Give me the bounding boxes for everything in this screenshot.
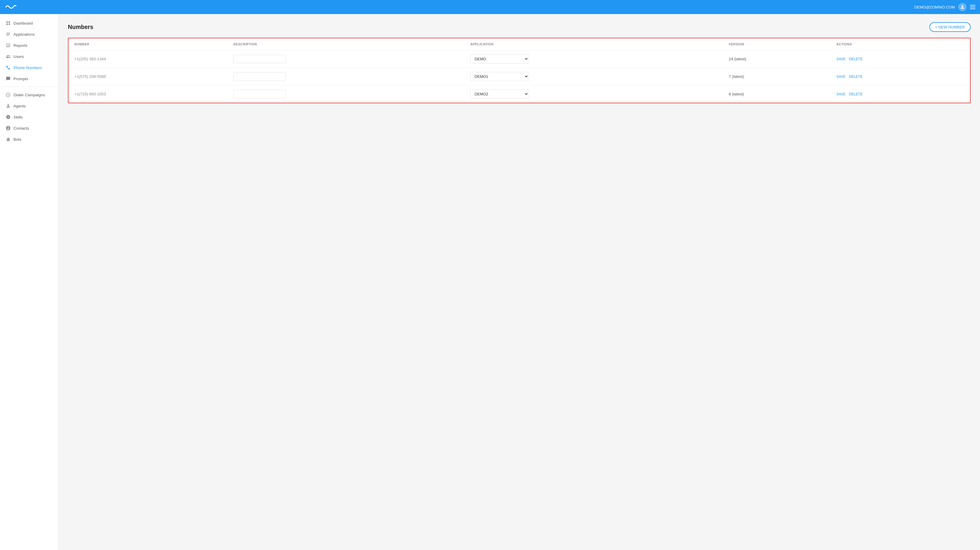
hamburger-menu-icon[interactable] xyxy=(970,5,975,9)
svg-rect-1 xyxy=(8,21,10,23)
save-button[interactable]: SAVE xyxy=(836,57,845,61)
table-row: +1(575) 208-5088 DEMO1 7 (latest) SAVE D… xyxy=(68,68,970,86)
logo xyxy=(5,3,40,11)
cell-description[interactable] xyxy=(228,86,464,103)
sidebar-label-dialer-campaigns: Dialer Campaigns xyxy=(13,93,45,97)
sidebar-label-reports: Reports xyxy=(13,43,27,48)
prompts-icon xyxy=(6,76,11,81)
sidebar-item-skills[interactable]: Skills xyxy=(0,111,58,122)
skills-icon xyxy=(6,115,11,119)
sidebar-label-dashboard: Dashboard xyxy=(13,21,33,25)
save-button[interactable]: SAVE xyxy=(836,92,845,96)
svg-point-4 xyxy=(8,94,9,95)
cell-version: 24 (latest) xyxy=(723,50,830,68)
contacts-icon xyxy=(6,126,11,130)
main-content: Numbers + NEW NUMBER NUMBER DESCRIPTION … xyxy=(59,14,980,550)
delete-button[interactable]: DELETE xyxy=(849,92,862,96)
cell-number: +1(205) 383-1344 xyxy=(68,50,228,68)
sidebar: Dashboard Applications Reports Users Pho… xyxy=(0,0,59,550)
agents-icon xyxy=(6,103,11,108)
bots-icon xyxy=(6,137,11,141)
save-button[interactable]: SAVE xyxy=(836,75,845,79)
sidebar-label-phone-numbers: Phone Numbers xyxy=(13,65,42,70)
applications-icon xyxy=(6,32,11,37)
description-input[interactable] xyxy=(233,72,286,81)
col-header-application: APPLICATION xyxy=(465,38,723,50)
phone-icon xyxy=(6,65,11,70)
cell-actions: SAVE DELETE xyxy=(830,68,970,86)
numbers-table: NUMBER DESCRIPTION APPLICATION VERSION A… xyxy=(68,38,970,103)
cell-version: 7 (latest) xyxy=(723,68,830,86)
svg-rect-0 xyxy=(6,21,8,23)
table-row: +1(720) 893-1053 DEMO2 8 (latest) SAVE D… xyxy=(68,86,970,103)
version-text: 24 (latest) xyxy=(729,57,746,61)
sidebar-label-prompts: Prompts xyxy=(13,77,28,81)
col-header-actions: ACTIONS xyxy=(830,38,970,50)
cell-version: 8 (latest) xyxy=(723,86,830,103)
svg-rect-2 xyxy=(6,24,8,25)
description-input[interactable] xyxy=(233,90,286,98)
sidebar-item-reports[interactable]: Reports xyxy=(0,40,58,51)
sidebar-item-bots[interactable]: Bots xyxy=(0,134,58,145)
table-header: NUMBER DESCRIPTION APPLICATION VERSION A… xyxy=(68,38,970,50)
page-header: Numbers + NEW NUMBER xyxy=(68,22,970,32)
sidebar-label-applications: Applications xyxy=(13,32,35,37)
cell-actions: SAVE DELETE xyxy=(830,86,970,103)
reports-icon xyxy=(6,43,11,48)
svg-rect-3 xyxy=(8,24,10,25)
application-select[interactable]: DEMO xyxy=(470,54,529,64)
header: DEMO@ZOMNIO.COM xyxy=(0,0,980,14)
sidebar-item-dashboard[interactable]: Dashboard xyxy=(0,17,58,29)
cell-description[interactable] xyxy=(228,50,464,68)
delete-button[interactable]: DELETE xyxy=(849,75,862,79)
application-select[interactable]: DEMO1 xyxy=(470,72,529,81)
dialer-icon xyxy=(6,92,11,97)
user-avatar-icon[interactable] xyxy=(958,3,967,11)
cell-number: +1(720) 893-1053 xyxy=(68,86,228,103)
sidebar-item-contacts[interactable]: Contacts xyxy=(0,122,58,134)
description-input[interactable] xyxy=(233,55,286,63)
cell-description[interactable] xyxy=(228,68,464,86)
sidebar-label-skills: Skills xyxy=(13,115,23,119)
users-icon xyxy=(6,54,11,59)
cell-application[interactable]: DEMO1 xyxy=(465,68,723,86)
header-right: DEMO@ZOMNIO.COM xyxy=(915,3,975,11)
new-number-button[interactable]: + NEW NUMBER xyxy=(929,22,970,32)
numbers-table-container: NUMBER DESCRIPTION APPLICATION VERSION A… xyxy=(68,38,970,103)
delete-button[interactable]: DELETE xyxy=(849,57,862,61)
cell-application[interactable]: DEMO2 xyxy=(465,86,723,103)
sidebar-label-agents: Agents xyxy=(13,104,26,108)
sidebar-item-prompts[interactable]: Prompts xyxy=(0,73,58,84)
version-text: 8 (latest) xyxy=(729,92,744,96)
sidebar-item-phone-numbers[interactable]: Phone Numbers xyxy=(0,62,58,73)
sidebar-label-users: Users xyxy=(13,54,24,59)
user-email: DEMO@ZOMNIO.COM xyxy=(915,5,955,10)
version-text: 7 (latest) xyxy=(729,74,744,79)
dashboard-icon xyxy=(6,21,11,25)
table-row: +1(205) 383-1344 DEMO 24 (latest) SAVE D… xyxy=(68,50,970,68)
sidebar-item-applications[interactable]: Applications xyxy=(0,29,58,40)
cell-application[interactable]: DEMO xyxy=(465,50,723,68)
application-select[interactable]: DEMO2 xyxy=(470,89,529,99)
col-header-number: NUMBER xyxy=(68,38,228,50)
sidebar-item-agents[interactable]: Agents xyxy=(0,100,58,111)
page-title: Numbers xyxy=(68,24,93,30)
cell-actions: SAVE DELETE xyxy=(830,50,970,68)
sidebar-item-users[interactable]: Users xyxy=(0,51,58,62)
sidebar-label-contacts: Contacts xyxy=(13,126,29,130)
cell-number: +1(575) 208-5088 xyxy=(68,68,228,86)
col-header-description: DESCRIPTION xyxy=(228,38,464,50)
sidebar-item-dialer-campaigns[interactable]: Dialer Campaigns xyxy=(0,89,58,100)
col-header-version: VERSION xyxy=(723,38,830,50)
sidebar-label-bots: Bots xyxy=(13,137,21,141)
table-body: +1(205) 383-1344 DEMO 24 (latest) SAVE D… xyxy=(68,50,970,103)
